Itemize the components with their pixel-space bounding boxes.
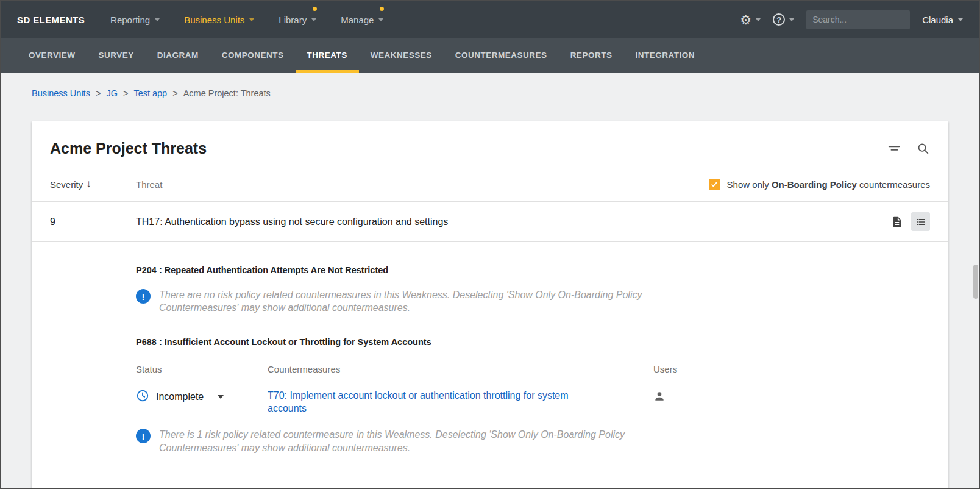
topbar-right: ⚙ ? Claudia [740,10,963,29]
chevron-down-icon [958,18,963,21]
main-nav: Reporting Business Units Library Manage [110,15,408,25]
weakness-title-p688: P688 : Insufficient Account Lockout or T… [136,337,930,347]
tab-overview[interactable]: OVERVIEW [17,38,87,73]
nav-item-business-units[interactable]: Business Units [184,15,254,25]
sort-descending-icon: ↓ [86,178,91,190]
onboarding-policy-filter-checkbox[interactable]: Show only On-Boarding Policy countermeas… [709,179,930,190]
tab-reports[interactable]: REPORTS [559,38,624,73]
tab-components[interactable]: COMPONENTS [210,38,296,73]
chevron-down-icon [311,18,316,21]
threat-header-label: Threat [136,179,709,190]
breadcrumb: Business Units>JG>Test app>Acme Project:… [1,73,979,98]
status-dropdown[interactable]: Incomplete [136,389,268,405]
status-value: Incomplete [156,391,204,402]
search-input[interactable] [806,10,910,29]
chevron-down-icon [249,18,254,21]
tab-threats[interactable]: THREATS [296,38,359,73]
breadcrumb-separator: > [123,88,128,98]
nav-label: Library [279,15,307,25]
chevron-down-icon [756,18,761,21]
nav-label: Business Units [184,15,244,25]
help-menu-button[interactable]: ? [773,13,794,26]
table-header-row: Severity ↓ Threat Show only On-Boarding … [32,172,948,202]
breadcrumb-separator: > [172,88,177,98]
policy-note: ! There are no risk policy related count… [136,288,930,314]
breadcrumb-link-business-units[interactable]: Business Units [32,88,90,98]
card-header: Acme Project Threats [32,121,948,172]
user-assign-icon[interactable] [653,394,666,404]
user-menu[interactable]: Claudia [922,15,963,25]
countermeasures-column-header: Countermeasures [268,364,653,374]
info-icon: ! [136,289,151,304]
sd-elements-logo[interactable]: SD ELEMENTS [17,15,85,25]
clock-icon [136,389,149,405]
policy-note: ! There is 1 risk policy related counter… [136,428,930,454]
tab-integration[interactable]: INTEGRATION [623,38,706,73]
checkbox-checked-icon [709,179,720,190]
scrollbar-thumb[interactable] [973,265,978,299]
page-title: Acme Project Threats [50,140,207,157]
threat-severity: 9 [50,216,136,227]
help-icon: ? [773,13,785,26]
breadcrumb-current: Acme Project: Threats [183,88,271,98]
policy-note-text: There are no risk policy related counter… [159,288,665,314]
filter-checkbox-label: Show only On-Boarding Policy countermeas… [727,179,930,190]
chevron-down-icon [218,395,224,399]
nav-item-reporting[interactable]: Reporting [110,15,160,25]
nav-item-manage[interactable]: Manage [341,15,383,25]
card-actions [887,142,930,155]
countermeasure-link[interactable]: T70: Implement account lockout or authen… [268,389,600,415]
breadcrumb-link-jg[interactable]: JG [106,88,118,98]
top-navigation-bar: SD ELEMENTS Reporting Business Units Lib… [1,1,979,38]
threat-row-actions [887,212,930,231]
threat-title: TH17: Authentication bypass using not se… [136,216,875,227]
user-name: Claudia [922,15,953,25]
threat-details: P204 : Repeated Authentication Attempts … [32,265,948,489]
policy-note-text: There is 1 risk policy related counterme… [159,428,665,454]
app-window: SD ELEMENTS Reporting Business Units Lib… [0,0,980,489]
project-tabs: OVERVIEW SURVEY DIAGRAM COMPONENTS THREA… [1,38,979,73]
countermeasure-row: Incomplete T70: Implement account lockou… [136,389,930,415]
chevron-down-icon [155,18,160,21]
nav-label: Manage [341,15,374,25]
threat-row[interactable]: 9 TH17: Authentication bypass using not … [32,202,948,242]
nav-item-library[interactable]: Library [279,15,316,25]
list-view-button[interactable] [911,212,930,231]
tab-diagram[interactable]: DIAGRAM [146,38,210,73]
info-icon: ! [136,429,151,443]
breadcrumb-separator: > [96,88,101,98]
gear-icon: ⚙ [740,13,751,26]
breadcrumb-link-test-app[interactable]: Test app [133,88,167,98]
status-column-header: Status [136,364,268,374]
chevron-down-icon [378,18,383,21]
notification-dot [380,7,384,11]
severity-header-label: Severity [50,179,83,190]
tab-weaknesses[interactable]: WEAKNESSES [359,38,444,73]
notification-dot [313,7,317,11]
severity-sort-header[interactable]: Severity ↓ [50,178,136,190]
threats-card: Acme Project Threats Severity ↓ Threat [32,121,948,489]
tab-countermeasures[interactable]: COUNTERMEASURES [444,38,559,73]
chevron-down-icon [789,18,794,21]
document-view-button[interactable] [887,212,906,231]
users-column-header: Users [653,364,930,374]
tab-survey[interactable]: SURVEY [87,38,146,73]
countermeasure-table-header: Status Countermeasures Users [136,364,930,374]
filter-icon[interactable] [887,142,901,155]
nav-label: Reporting [110,15,150,25]
settings-menu-button[interactable]: ⚙ [740,13,761,26]
search-icon[interactable] [917,142,930,155]
weakness-title-p204: P204 : Repeated Authentication Attempts … [136,265,930,275]
